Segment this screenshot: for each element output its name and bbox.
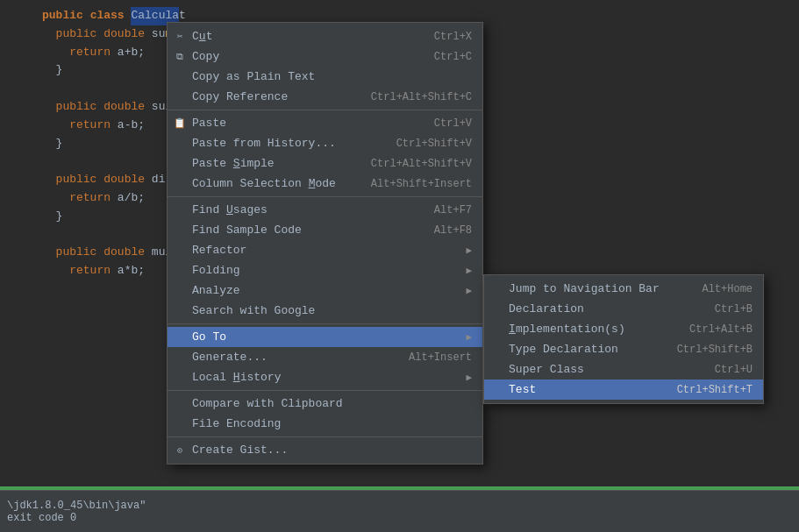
cut-icon: ✂ [173,30,187,44]
menu-item-copy-plain[interactable]: Copy as Plain Text [168,67,482,87]
copy-icon: ⧉ [173,50,187,64]
separator-5 [168,436,482,437]
goto-declaration[interactable]: Declaration Ctrl+B [484,299,763,319]
menu-item-find-sample[interactable]: Find Sample Code Alt+F8 [168,220,482,240]
submenu-arrow-local-history: ▶ [466,372,472,383]
separator-1 [168,110,482,110]
menu-item-compare-clipboard[interactable]: Compare with Clipboard [168,394,482,414]
submenu-arrow-goto: ▶ [466,331,472,343]
menu-item-local-history[interactable]: Local History ▶ [168,367,482,387]
goto-jump-navbar[interactable]: Jump to Navigation Bar Alt+Home [484,279,763,299]
exit-code: exit code 0 [7,512,792,524]
goto-type-declaration[interactable]: Type Declaration Ctrl+Shift+B [484,339,763,359]
goto-implementations[interactable]: Implementation(s) Ctrl+Alt+B [484,319,763,339]
gist-icon: ⊙ [173,443,187,458]
menu-item-copy[interactable]: ⧉ Copy Ctrl+C [168,46,482,67]
separator-4 [168,390,482,391]
menu-item-paste-history[interactable]: Paste from History... Ctrl+Shift+V [168,133,482,153]
menu-item-file-encoding[interactable]: File Encoding [168,414,482,434]
submenu-arrow-analyze: ▶ [466,285,472,296]
submenu-arrow-refactor: ▶ [466,245,472,256]
menu-item-copy-ref[interactable]: Copy Reference Ctrl+Alt+Shift+C [168,87,482,107]
menu-item-analyze[interactable]: Analyze ▶ [168,280,482,301]
separator-2 [168,196,482,197]
submenu-arrow-folding: ▶ [466,265,472,276]
menu-item-paste-simple[interactable]: Paste Simple Ctrl+Alt+Shift+V [168,153,482,174]
menu-item-generate[interactable]: Generate... Alt+Insert [168,347,482,367]
menu-item-paste[interactable]: 📋 Paste Ctrl+V [168,113,482,133]
menu-item-create-gist[interactable]: ⊙ Create Gist... [168,440,482,460]
menu-item-find-usages[interactable]: Find Usages Alt+F7 [168,200,482,220]
goto-submenu[interactable]: Jump to Navigation Bar Alt+Home Declarat… [483,274,764,404]
paste-icon: 📋 [173,117,187,131]
java-path: \jdk1.8.0_45\bin\java" [7,500,792,512]
context-menu[interactable]: ✂ Cut Ctrl+X ⧉ Copy Ctrl+C Copy as Plain… [167,22,483,465]
separator-3 [168,323,482,324]
menu-item-cut[interactable]: ✂ Cut Ctrl+X [168,26,482,46]
context-menu-container: ✂ Cut Ctrl+X ⧉ Copy Ctrl+C Copy as Plain… [167,22,764,465]
menu-item-refactor[interactable]: Refactor ▶ [168,240,482,260]
bottom-bar: \jdk1.8.0_45\bin\java" exit code 0 [0,490,799,532]
menu-item-goto[interactable]: Go To ▶ [168,327,482,347]
menu-item-column-select[interactable]: Column Selection Mode Alt+Shift+Insert [168,174,482,194]
goto-test[interactable]: Test Ctrl+Shift+T [484,379,763,400]
menu-item-search-google[interactable]: Search with Google [168,301,482,321]
menu-item-folding[interactable]: Folding ▶ [168,260,482,280]
goto-super-class[interactable]: Super Class Ctrl+U [484,359,763,379]
